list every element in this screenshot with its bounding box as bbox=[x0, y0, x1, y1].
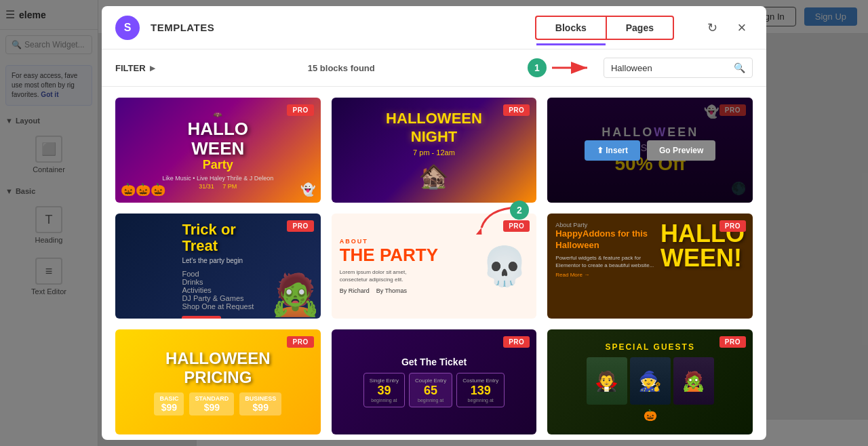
search-input[interactable] bbox=[611, 63, 728, 73]
template-card[interactable]: PRO ABOUT THE PARTY Lorem ipsum dolor si… bbox=[332, 214, 537, 319]
card-preview-button[interactable]: Go Preview bbox=[431, 140, 499, 161]
modal-overlay[interactable]: S TEMPLATES Blocks Pages ↻ × FILTER ▶ bbox=[0, 0, 868, 446]
card-insert-button[interactable]: ⬆ Insert bbox=[585, 372, 640, 392]
filter-button[interactable]: FILTER ▶ bbox=[115, 63, 155, 73]
card-insert-button[interactable]: ⬆ Insert bbox=[368, 140, 424, 161]
blocks-count: 15 blocks found bbox=[308, 63, 375, 73]
card-preview-button[interactable]: Go Preview bbox=[215, 372, 283, 392]
modal-header-actions: ↻ × bbox=[701, 17, 753, 39]
card-preview-button[interactable]: Go Preview bbox=[431, 256, 499, 277]
close-button[interactable]: × bbox=[731, 17, 753, 39]
template-card[interactable]: PRO About Party HappyAddons for thisHall… bbox=[547, 214, 753, 319]
refresh-icon: ↻ bbox=[707, 20, 717, 35]
refresh-button[interactable]: ↻ bbox=[701, 17, 723, 39]
template-card[interactable]: PRO Trick orTreat Let's the party begin … bbox=[115, 214, 321, 319]
card-preview-button[interactable]: Go Preview bbox=[215, 256, 283, 277]
card-insert-button[interactable]: ⬆ Insert bbox=[153, 372, 208, 392]
card-preview-button[interactable]: Go Preview bbox=[647, 372, 715, 392]
preview-button[interactable]: Go Preview bbox=[647, 140, 715, 161]
card-insert-button[interactable]: ⬆ Insert bbox=[585, 256, 640, 277]
blocks-found-label: blocks found bbox=[320, 63, 375, 73]
card-insert-button[interactable]: ⬆ Insert bbox=[153, 256, 208, 277]
modal-header: S TEMPLATES Blocks Pages ↻ × bbox=[102, 6, 766, 49]
card-overlay-active: ⬆ Insert Go Preview bbox=[547, 98, 753, 203]
modal-title: TEMPLATES bbox=[151, 22, 214, 33]
step-1-badge: 1 bbox=[528, 58, 547, 77]
template-card[interactable]: PRO SPECIAL GUESTS 🧛 🧙 🧟 🎃 bbox=[547, 329, 753, 434]
template-card[interactable]: PRO 🦇 HALLOWEEN Party Like Music • Live … bbox=[115, 98, 321, 203]
tab-blocks[interactable]: Blocks bbox=[535, 16, 606, 40]
modal-logo: S bbox=[115, 16, 140, 40]
filter-label: FILTER bbox=[115, 63, 146, 73]
modal-toolbar: FILTER ▶ 15 blocks found 1 bbox=[102, 49, 766, 87]
card-preview-button[interactable]: Go Preview bbox=[647, 256, 715, 277]
template-card[interactable]: PRO HALLOWEENNIGHT 7 pm - 12am 🏚️ ⬆ Inse… bbox=[332, 98, 537, 203]
card-insert-button[interactable]: ⬆ Insert bbox=[368, 372, 424, 392]
template-grid: PRO 🦇 HALLOWEEN Party Like Music • Live … bbox=[115, 98, 753, 434]
search-box[interactable]: 🔍 bbox=[604, 58, 753, 78]
arrow-1-icon bbox=[552, 60, 593, 76]
insert-button[interactable]: ⬆ Insert bbox=[585, 140, 640, 161]
template-card-active[interactable]: PRO HALLOWEEN Sale 50% Off 👻 🌑 ⬆ Insert bbox=[547, 98, 753, 203]
templates-modal: S TEMPLATES Blocks Pages ↻ × FILTER ▶ bbox=[102, 6, 766, 440]
close-icon: × bbox=[738, 19, 747, 37]
card-insert-button[interactable]: ⬆ Insert bbox=[368, 256, 424, 277]
template-card[interactable]: PRO Get The Ticket Single Entry 39 begin… bbox=[332, 329, 537, 434]
filter-arrow-icon: ▶ bbox=[150, 64, 155, 72]
card-preview-button[interactable]: Go Preview bbox=[215, 140, 283, 161]
search-icon: 🔍 bbox=[734, 62, 745, 73]
template-card[interactable]: PRO HALLOWEENPRICING BASIC $99 STANDARD bbox=[115, 329, 321, 434]
modal-content[interactable]: PRO 🦇 HALLOWEEN Party Like Music • Live … bbox=[102, 87, 766, 440]
card-insert-button[interactable]: ⬆ Insert bbox=[153, 140, 208, 161]
tab-pages[interactable]: Pages bbox=[606, 16, 674, 40]
modal-tabs: Blocks Pages bbox=[535, 16, 674, 40]
card-preview-button[interactable]: Go Preview bbox=[431, 372, 499, 392]
